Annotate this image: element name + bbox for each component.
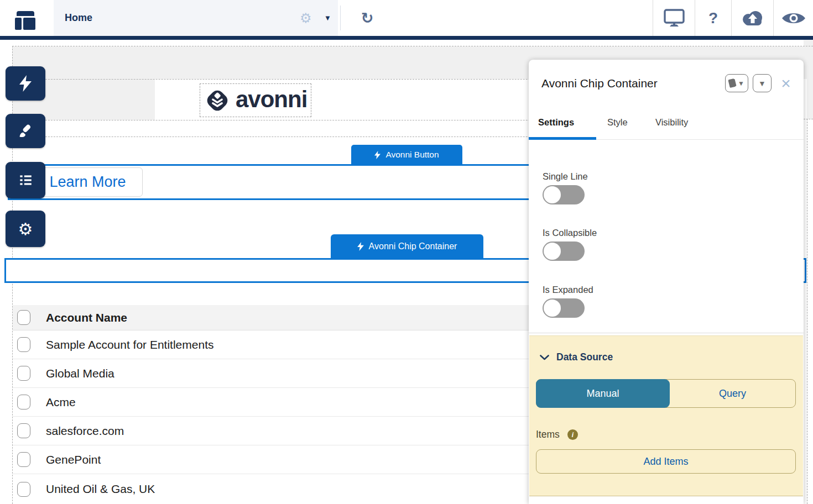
top-toolbar: Home ⚙ ▼ ↻ ? <box>0 0 813 36</box>
lightning-bolt-icon <box>374 151 381 159</box>
paintbrush-icon <box>18 123 33 139</box>
tab-settings[interactable]: Settings <box>538 117 574 128</box>
select-all-checkbox[interactable] <box>17 310 30 325</box>
device-preview-button[interactable] <box>653 0 695 36</box>
mode-query-button[interactable]: Query <box>670 380 795 407</box>
lightning-bolt-icon <box>19 75 32 92</box>
page-menu-caret-icon[interactable]: ▼ <box>324 0 331 36</box>
panel-section-divider <box>529 333 804 333</box>
row-checkbox[interactable] <box>17 395 30 410</box>
topbar-navy-divider <box>0 36 813 40</box>
panel-menu-button[interactable]: ▼ <box>753 74 772 92</box>
sidebar-settings-button[interactable]: ⚙ <box>6 211 45 247</box>
is-expanded-toggle[interactable] <box>543 298 585 318</box>
page-tab-label: Home <box>65 12 92 24</box>
builder-logo-icon[interactable] <box>15 11 35 30</box>
data-source-title: Data Source <box>556 351 613 363</box>
chevron-down-icon: ▼ <box>738 80 744 87</box>
account-name-cell: Global Media <box>46 367 114 380</box>
column-header-label: Account Name <box>46 311 127 324</box>
gear-icon: ⚙ <box>18 219 33 239</box>
row-checkbox[interactable] <box>17 423 30 438</box>
question-icon: ? <box>708 9 718 27</box>
chevron-down-icon: ▼ <box>758 79 766 88</box>
is-expanded-label: Is Expanded <box>543 285 593 295</box>
items-field-label-row: Items i <box>536 429 578 440</box>
avonni-logo-word: avonni <box>236 86 307 113</box>
account-name-cell: GenePoint <box>46 453 101 466</box>
tab-style[interactable]: Style <box>607 117 628 128</box>
sidebar-theme-button[interactable] <box>6 114 45 148</box>
mode-manual-button[interactable]: Manual <box>536 379 670 408</box>
publish-button[interactable] <box>731 0 773 36</box>
info-icon[interactable]: i <box>567 429 578 440</box>
data-source-section: Data Source Manual Query Items i Add Ite… <box>529 335 803 496</box>
cloud-upload-icon <box>740 9 765 27</box>
learn-more-label: Learn More <box>49 174 126 191</box>
panel-title: Avonni Chip Container <box>541 77 658 90</box>
items-label: Items <box>536 429 560 440</box>
eye-icon <box>781 11 806 26</box>
is-collapsible-toggle[interactable] <box>543 242 585 261</box>
avonni-button-component-tag[interactable]: Avonni Button <box>351 145 462 165</box>
sidebar-pages-button[interactable] <box>6 162 45 198</box>
account-name-cell: salesforce.com <box>46 424 124 438</box>
account-name-cell: Acme <box>46 396 76 409</box>
chevron-down-icon <box>540 355 549 360</box>
section-dashed-line <box>804 119 813 119</box>
row-checkbox[interactable] <box>17 452 30 467</box>
refresh-icon[interactable]: ↻ <box>352 0 383 36</box>
single-line-toggle[interactable] <box>543 185 585 204</box>
page-tab-home[interactable]: Home ⚙ ▼ <box>54 0 338 36</box>
monitor-icon <box>663 8 686 28</box>
row-checkbox[interactable] <box>17 482 30 497</box>
avonni-chip-container-component-tag[interactable]: Avonni Chip Container <box>331 234 483 258</box>
add-items-label: Add Items <box>643 456 688 468</box>
close-icon[interactable]: × <box>777 74 795 92</box>
learn-more-button[interactable]: Learn More <box>33 167 143 197</box>
avonni-logo-component[interactable]: avonni <box>200 83 311 117</box>
is-collapsible-label: Is Collapsible <box>543 228 597 238</box>
row-checkbox[interactable] <box>17 366 30 381</box>
tab-visibility[interactable]: Visibility <box>655 117 688 128</box>
experience-builder-window: Home ⚙ ▼ ↻ ? <box>0 0 813 504</box>
variant-picker-button[interactable]: ▼ <box>725 74 748 92</box>
add-items-button[interactable]: Add Items <box>536 449 796 474</box>
component-tag-label: Avonni Chip Container <box>369 242 457 251</box>
list-icon <box>18 172 33 188</box>
component-tag-label: Avonni Button <box>385 150 439 160</box>
row-checkbox[interactable] <box>17 337 30 352</box>
lightning-bolt-icon <box>357 242 364 251</box>
properties-panel: Avonni Chip Container ▼ ▼ × Settings Sty… <box>529 60 804 504</box>
help-button[interactable]: ? <box>695 0 731 36</box>
data-source-header[interactable]: Data Source <box>540 351 613 363</box>
avonni-logo-icon <box>205 86 230 115</box>
account-name-cell: Sample Account for Entitlements <box>46 338 214 351</box>
account-name-cell: United Oil & Gas, UK <box>46 482 155 496</box>
page-settings-gear-icon[interactable]: ⚙ <box>300 0 312 36</box>
preview-button[interactable] <box>773 0 813 36</box>
active-tab-underline <box>529 137 596 140</box>
toolbar-divider <box>340 6 341 30</box>
card-stack-icon <box>729 79 736 87</box>
single-line-label: Single Line <box>543 171 588 182</box>
canvas-right-dashed-border <box>807 119 807 504</box>
section-dashed-line <box>12 46 813 46</box>
data-source-mode-switch: Manual Query <box>536 379 796 408</box>
sidebar-components-button[interactable] <box>6 66 45 101</box>
